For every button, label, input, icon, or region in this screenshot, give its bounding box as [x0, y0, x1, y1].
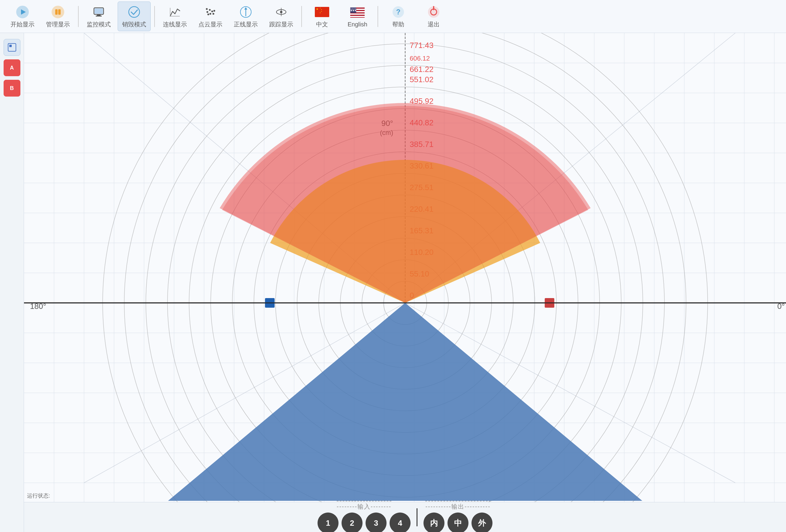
toolbar-item-hide-mode[interactable]: 销毁模式: [118, 1, 151, 31]
svg-point-12: [207, 11, 208, 13]
toolbar-item-start-show[interactable]: 开始显示: [6, 2, 39, 31]
toolbar-item-exit[interactable]: 退出: [417, 2, 450, 31]
output-btn-mid[interactable]: 中: [447, 512, 468, 532]
start-show-icon: [15, 4, 30, 20]
exit-icon: [426, 4, 441, 20]
svg-point-16: [212, 13, 214, 15]
manage-show-label: 管理显示: [46, 20, 70, 28]
bottom-controls: --------输入-------- 1 2 3 4 ----------输出-…: [24, 502, 786, 532]
svg-rect-7: [96, 16, 102, 17]
svg-rect-4: [58, 9, 61, 15]
output-buttons-group: 内 中 外: [423, 512, 492, 532]
hide-mode-icon: [126, 4, 142, 20]
controls-separator: [417, 508, 417, 526]
svg-point-15: [209, 13, 211, 15]
svg-rect-38: [350, 14, 365, 15]
svg-rect-3: [55, 9, 57, 15]
english-flag-icon: ★★★ ★★★★: [350, 5, 365, 20]
svg-point-14: [211, 10, 213, 12]
toolbar-item-help[interactable]: ? 帮助: [382, 2, 415, 31]
svg-point-18: [213, 10, 215, 12]
toolbar-item-positive-show[interactable]: 正线显示: [229, 2, 262, 31]
svg-text:551.02: 551.02: [410, 75, 434, 84]
input-btn-2[interactable]: 2: [342, 512, 363, 532]
track-show-label: 跟踪显示: [269, 20, 293, 28]
svg-text:?: ?: [396, 8, 401, 16]
input-buttons-group: 1 2 3 4: [318, 512, 411, 532]
polar-chart-svg: 0 55.10 110.20 165.31 220.41 275.51 330.…: [24, 33, 786, 532]
connect-show-label: 连线显示: [163, 20, 187, 28]
svg-rect-40: [350, 16, 365, 17]
svg-point-2: [52, 6, 64, 18]
sidebar-btn-2[interactable]: A: [4, 59, 20, 76]
monitor-mode-icon: [91, 4, 107, 20]
svg-rect-39: [350, 15, 365, 16]
svg-point-17: [207, 14, 209, 15]
toolbar-item-manage-show[interactable]: 管理显示: [41, 2, 74, 31]
input-btn-4[interactable]: 4: [390, 512, 411, 532]
sidebar-btn-1[interactable]: [4, 39, 20, 56]
english-label: English: [348, 21, 367, 28]
svg-rect-26: [315, 7, 329, 17]
positive-show-icon: [238, 4, 254, 20]
sidebar-btn-3[interactable]: B: [4, 80, 20, 97]
toolbar-item-cloud-show[interactable]: 点云显示: [194, 2, 227, 31]
connect-show-icon: [167, 4, 183, 20]
svg-text:606.12: 606.12: [410, 54, 430, 62]
toolbar: 开始显示 管理显示 监控模式: [0, 0, 786, 33]
start-show-label: 开始显示: [10, 20, 34, 28]
svg-rect-51: [9, 45, 12, 47]
svg-text:★★★★: ★★★★: [350, 8, 356, 10]
svg-rect-6: [97, 15, 100, 16]
manage-show-icon: [50, 4, 66, 20]
main-canvas: 0 55.10 110.20 165.31 220.41 275.51 330.…: [24, 33, 786, 532]
svg-point-19: [206, 8, 208, 10]
svg-point-9: [129, 7, 140, 17]
svg-marker-22: [244, 7, 247, 9]
toolbar-item-english[interactable]: ★★★ ★★★★ English: [341, 2, 374, 30]
chinese-label: 中文: [316, 20, 328, 28]
help-icon: ?: [390, 4, 406, 20]
toolbar-item-track-show[interactable]: 跟踪显示: [265, 2, 298, 31]
monitor-mode-label: 监控模式: [87, 20, 111, 28]
help-label: 帮助: [392, 20, 404, 28]
status-text: 运行状态:: [24, 491, 53, 501]
toolbar-item-connect-show[interactable]: 连线显示: [159, 2, 191, 31]
svg-rect-8: [95, 8, 103, 14]
divider-2: [154, 6, 155, 27]
positive-show-label: 正线显示: [234, 20, 258, 28]
cloud-show-label: 点云显示: [199, 20, 223, 28]
divider-1: [78, 6, 78, 27]
divider-4: [377, 6, 378, 27]
output-btn-inner[interactable]: 内: [423, 512, 444, 532]
cloud-show-icon: [203, 4, 218, 20]
divider-3: [301, 6, 302, 27]
left-sidebar: A B: [0, 33, 24, 532]
toolbar-item-monitor-mode[interactable]: 监控模式: [82, 2, 115, 31]
output-btn-outer[interactable]: 外: [471, 512, 492, 532]
chinese-flag-icon: [314, 4, 330, 20]
toolbar-item-chinese[interactable]: 中文: [305, 2, 339, 31]
input-label: --------输入--------: [337, 501, 392, 511]
track-show-icon: [273, 4, 289, 20]
svg-text:661.22: 661.22: [410, 65, 434, 74]
output-label: ----------输出----------: [425, 501, 490, 511]
hide-mode-label: 销毁模式: [122, 20, 146, 28]
input-btn-1[interactable]: 1: [318, 512, 339, 532]
input-btn-3[interactable]: 3: [366, 512, 387, 532]
svg-rect-50: [8, 44, 16, 51]
svg-rect-41: [350, 17, 365, 18]
svg-point-13: [209, 9, 211, 11]
svg-text:771.43: 771.43: [410, 41, 434, 50]
exit-label: 退出: [427, 20, 440, 28]
